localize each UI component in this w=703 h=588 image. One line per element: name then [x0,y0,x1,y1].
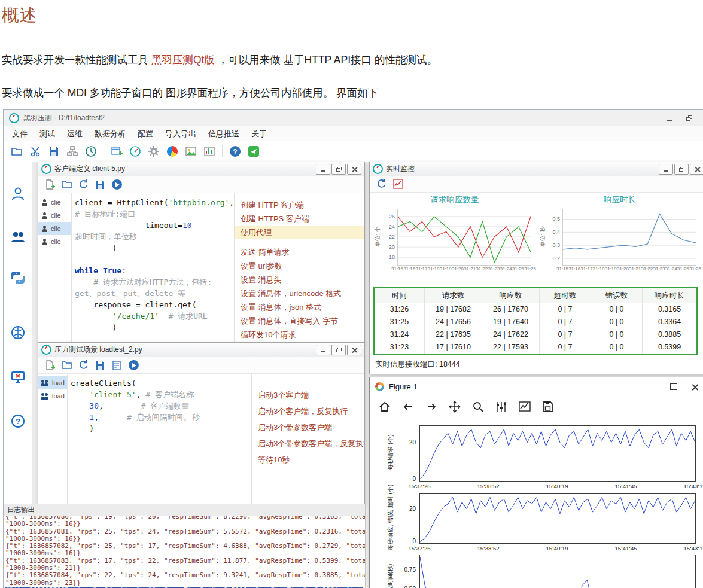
window-title-bar[interactable]: 压力测试场景 loadtest_2.py [38,343,364,357]
log-output[interactable]: {"t": 1636857080, "rps": 19, "tps": 26, … [4,516,365,588]
save-file-button[interactable] [94,359,106,371]
zoom-button[interactable] [470,399,486,415]
sidebar-help-button[interactable]: ? [9,413,27,429]
close-icon[interactable] [692,383,698,390]
log-line[interactable]: "1000-3000ms": 16}} [5,550,363,557]
snippet-link[interactable]: 创建 HTTP 客户端 [235,198,364,212]
minimize-button[interactable] [316,164,330,175]
new-file-button[interactable] [44,359,56,371]
snippet-link[interactable]: 启动3个带参数客户端，反复执行 [252,435,364,452]
restore-button[interactable] [331,345,346,355]
monitor-dashboard-button[interactable] [9,324,27,341]
maximize-icon[interactable] [686,115,692,121]
tool-link[interactable]: 黑羽压测Qt版 [151,54,215,66]
menu-item[interactable]: 配置 [132,126,159,141]
snippet-link[interactable]: 创建 HTTPS 客户端 [235,212,364,226]
close-button[interactable] [347,345,361,355]
menu-item[interactable]: 数据分析 [89,126,132,141]
timer-button[interactable] [84,144,98,159]
log-line[interactable]: "1000-3000ms": 16}} [5,520,363,528]
table-row[interactable]: 31:2317 | 1761022 | 175930 | 70 | 00.539… [375,341,696,354]
subplots-button[interactable] [494,399,509,415]
menu-item[interactable]: 测试 [34,126,61,141]
snippet-link[interactable]: 启动3个客户端 [252,387,364,403]
log-dock-title[interactable]: 日志输出 [4,504,365,516]
open-file-button[interactable] [60,359,72,371]
log-line[interactable]: {"t": 1636857084, "rps": 22, "tps": 24, … [5,572,363,579]
form-view-button[interactable] [111,359,123,371]
save-button[interactable] [47,144,61,159]
open-folder-button[interactable] [10,144,24,159]
snippet-link[interactable]: 循环发10个请求 [235,328,364,342]
forward-button[interactable] [424,399,439,415]
snippet-link[interactable]: 启动3个带参数客户端 [252,419,364,435]
close-button[interactable] [347,164,361,175]
python-button[interactable] [9,269,27,286]
menu-item[interactable]: 信息推送 [202,126,245,141]
reload-button[interactable] [77,359,89,371]
client-file-item[interactable]: clie [38,235,71,248]
table-header-cell: 响应时长 [643,288,696,303]
close-button[interactable] [690,164,703,175]
chart-view-button[interactable] [392,178,404,190]
scenario-code-editor[interactable]: createClients( 'client-5', # 客户端名称 30, #… [68,374,251,504]
snippet-link[interactable]: 等待10秒 [252,452,364,468]
window-title-bar[interactable]: 客户端定义 client-5.py [38,162,364,176]
snippet-link[interactable]: 设置 url参数 [235,259,364,273]
layout-button[interactable] [65,144,80,159]
scenario-file-item[interactable]: load [38,389,67,403]
api-button[interactable] [147,144,161,159]
restore-button[interactable] [331,164,346,175]
snippet-link[interactable]: 启动3个客户端，反复执行 [252,403,364,419]
minimize-icon[interactable] [649,384,656,389]
menu-item[interactable]: 运维 [61,126,89,141]
run-client-button[interactable] [111,179,123,191]
performance-button[interactable] [128,144,142,159]
menu-item[interactable]: 导入导出 [159,126,202,141]
figure-title-bar[interactable]: Figure 1 [370,377,703,396]
new-window-button[interactable] [109,144,124,159]
chart-export-button[interactable] [202,144,217,159]
subplot-rps [419,425,696,482]
minimize-button[interactable] [316,345,330,355]
message-push-button[interactable] [246,144,261,159]
window-title-bar[interactable]: 实时监控 [370,162,703,176]
menu-item[interactable]: 文件 [6,126,34,141]
client-code-editor[interactable]: client = HttpClient('httpbin.org',# 目标地址… [72,193,234,343]
client-file-item[interactable]: clie [38,196,71,209]
customize-button[interactable] [517,399,532,415]
client-file-item[interactable]: clie [38,222,71,235]
save-file-button[interactable] [94,179,106,191]
minimize-button[interactable] [659,164,673,175]
cut-button[interactable] [28,144,42,159]
figure-canvas[interactable]: 每秒请求 (个) 020 15:37:2615:38:5215:40:1915:… [370,418,703,588]
pan-button[interactable] [447,399,462,415]
restore-button[interactable] [674,164,689,175]
table-row[interactable]: 31:2619 | 1768226 | 176700 | 70 | 00.316… [375,303,696,316]
back-button[interactable] [400,399,416,415]
maximize-icon[interactable] [670,383,677,390]
snippet-link[interactable]: 发送 简单请求 [235,245,364,259]
snippet-link[interactable]: 设置 消息体，json 格式 [235,300,364,314]
snippet-link[interactable]: 设置 消息体，urlencode 格式 [235,287,364,300]
menu-item[interactable]: 关于 [245,126,273,141]
run-scenario-button[interactable] [127,359,139,371]
client-define-button[interactable] [9,185,27,202]
help-button[interactable]: ? [228,144,242,159]
save-figure-button[interactable] [540,399,556,415]
scenario-file-item[interactable]: load [38,376,67,389]
snippet-link[interactable]: 设置 消息头 [235,273,364,287]
minimize-icon[interactable] [667,115,672,121]
remote-screen-button[interactable] [9,368,27,385]
pie-chart-button[interactable] [165,144,179,159]
open-file-button[interactable] [60,179,72,191]
table-row[interactable]: 31:2422 | 1763524 | 176220 | 70 | 00.388… [375,328,696,341]
snippet-link[interactable]: 设置 消息体，直接写入 字节 [235,314,364,328]
image-button[interactable] [184,144,198,159]
reload-button[interactable] [77,179,89,191]
new-file-button[interactable] [44,179,56,191]
client-file-item[interactable]: clie [38,209,71,222]
table-row[interactable]: 31:2524 | 1765619 | 176400 | 70 | 00.336… [375,316,696,328]
snippet-link[interactable]: 使用代理 [235,226,364,239]
scenario-button[interactable] [9,229,27,245]
